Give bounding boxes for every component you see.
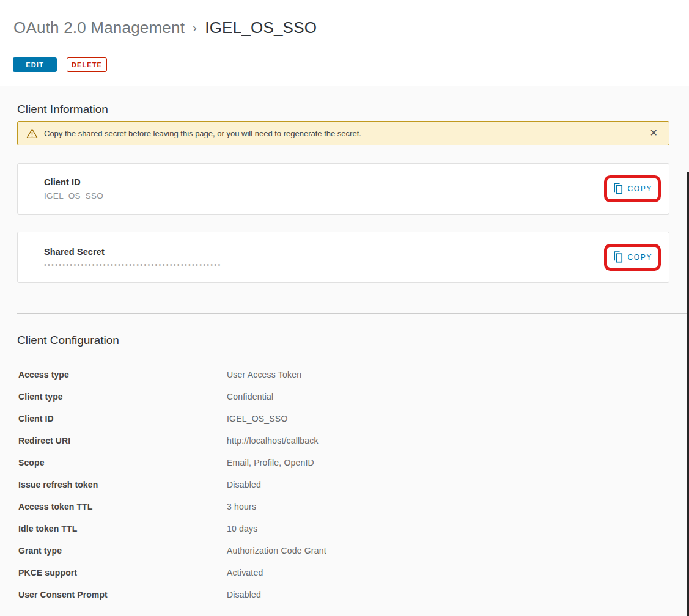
client-information-title: Client Information <box>0 86 689 116</box>
config-row-label: Client type <box>18 392 227 402</box>
config-row: Access token TTL 3 hours <box>18 502 689 524</box>
config-row: Redirect URI http://localhost/callback <box>18 436 689 458</box>
config-row: Client ID IGEL_OS_SSO <box>18 414 689 436</box>
config-row-value: 3 hours <box>227 502 256 512</box>
config-row-value: IGEL_OS_SSO <box>227 414 287 424</box>
shared-secret-card-text: Shared Secret ••••••••••••••••••••••••••… <box>44 247 221 268</box>
config-row: Scope Email, Profile, OpenID <box>18 458 689 480</box>
copy-client-id-button[interactable]: COPY <box>610 180 655 197</box>
scrollbar-thumb[interactable] <box>687 172 689 616</box>
config-row-label: User Consent Prompt <box>18 590 227 600</box>
config-row-value: Disabled <box>227 590 261 600</box>
config-row-value: Activated <box>227 568 263 578</box>
config-row-label: Access type <box>18 370 227 380</box>
breadcrumb-section-link[interactable]: OAuth 2.0 Management <box>13 18 185 37</box>
config-row-value: User Access Token <box>227 370 301 380</box>
main-content: Client Information Copy the shared secre… <box>0 86 689 616</box>
config-rows: Access type User Access Token Client typ… <box>18 370 689 612</box>
config-row-label: PKCE support <box>18 568 227 578</box>
shared-secret-label: Shared Secret <box>44 247 221 257</box>
config-row-label: Client ID <box>18 414 227 424</box>
annotation-highlight-box: COPY <box>604 175 661 202</box>
config-row-label: Access token TTL <box>18 502 227 512</box>
annotation-highlight-box: COPY <box>604 244 661 271</box>
client-configuration-title: Client Configuration <box>0 314 689 347</box>
toolbar: EDIT DELETE <box>13 57 689 72</box>
config-row-label: Redirect URI <box>18 436 227 446</box>
breadcrumb-current-page: IGEL_OS_SSO <box>205 18 317 37</box>
edit-button[interactable]: EDIT <box>13 57 57 72</box>
copy-shared-secret-button[interactable]: COPY <box>610 249 655 266</box>
warning-banner: Copy the shared secret before leaving th… <box>17 121 669 145</box>
client-id-label: Client ID <box>44 177 103 187</box>
config-row-value: http://localhost/callback <box>227 436 319 446</box>
config-row-label: Idle token TTL <box>18 524 227 534</box>
config-row-value: Authorization Code Grant <box>227 546 326 556</box>
config-row-value: Email, Profile, OpenID <box>227 458 314 468</box>
config-row-label: Grant type <box>18 546 227 556</box>
config-row: Access type User Access Token <box>18 370 689 392</box>
config-row-value: Disabled <box>227 480 261 490</box>
shared-secret-masked-value: ••••••••••••••••••••••••••••••••••••••••… <box>44 261 221 268</box>
copy-button-label: COPY <box>628 185 652 193</box>
client-id-card: Client ID IGEL_OS_SSO COPY <box>17 163 669 215</box>
warning-triangle-icon <box>26 128 38 139</box>
config-row: PKCE support Activated <box>18 568 689 590</box>
config-row: Idle token TTL 10 days <box>18 524 689 546</box>
config-row: Client type Confidential <box>18 392 689 414</box>
breadcrumb: OAuth 2.0 Management›IGEL_OS_SSO <box>0 0 689 37</box>
config-row-value: Confidential <box>227 392 273 402</box>
shared-secret-card: Shared Secret ••••••••••••••••••••••••••… <box>17 232 669 283</box>
config-row: User Consent Prompt Disabled <box>18 590 689 612</box>
config-row-label: Scope <box>18 458 227 468</box>
warning-message: Copy the shared secret before leaving th… <box>44 129 361 138</box>
config-row: Issue refresh token Disabled <box>18 480 689 502</box>
close-icon[interactable]: ✕ <box>649 127 659 139</box>
client-id-card-text: Client ID IGEL_OS_SSO <box>44 177 103 200</box>
breadcrumb-separator-icon: › <box>193 20 197 34</box>
copy-button-label: COPY <box>628 253 652 262</box>
config-row-value: 10 days <box>227 524 257 534</box>
config-row: Grant type Authorization Code Grant <box>18 546 689 568</box>
copy-icon <box>613 251 623 263</box>
delete-button[interactable]: DELETE <box>67 57 107 72</box>
config-row-label: Issue refresh token <box>18 480 227 490</box>
copy-icon <box>613 183 623 195</box>
client-id-value: IGEL_OS_SSO <box>44 191 103 200</box>
page-header: OAuth 2.0 Management›IGEL_OS_SSO EDIT DE… <box>0 0 689 86</box>
